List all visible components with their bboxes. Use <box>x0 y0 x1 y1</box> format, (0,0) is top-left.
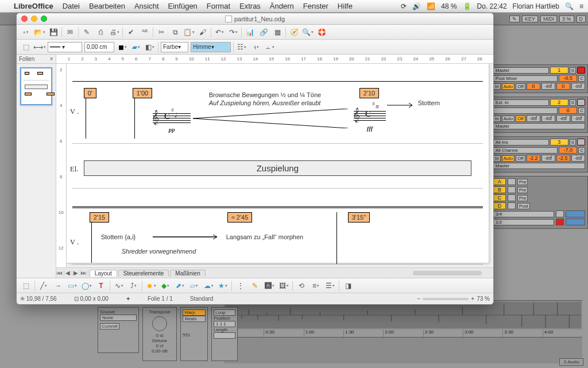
post-select[interactable]: Post Mixer <box>493 75 558 82</box>
monitor-off[interactable]: Off <box>516 116 525 122</box>
undo-icon[interactable]: ↶ <box>214 26 225 38</box>
scene-frac[interactable]: 3/4 <box>493 211 554 217</box>
redo-icon[interactable]: ↷ <box>227 26 239 38</box>
scene-stop[interactable] <box>508 202 516 209</box>
drawing-canvas[interactable]: 0' 1'00 2'10 V . Brownsche Bewegungen ½ … <box>67 64 489 263</box>
time-marker[interactable]: 3'15'' <box>348 212 370 223</box>
time-marker[interactable]: 0' <box>84 88 96 98</box>
zoom-out-icon[interactable]: − <box>417 296 421 302</box>
time-marker[interactable]: 2'15 <box>90 212 109 223</box>
time-marker[interactable]: ≈ 2'45 <box>227 212 253 223</box>
menu-extras[interactable]: Extras <box>239 2 261 10</box>
chart-icon[interactable]: 📊 <box>244 26 256 38</box>
glue-points-icon[interactable]: ✎ <box>249 280 261 292</box>
send-c[interactable]: -inf <box>556 115 570 122</box>
menu-einfuegen[interactable]: Einfügen <box>168 2 198 10</box>
fill-type-select[interactable]: Farbe ▾ <box>161 42 188 52</box>
cut-icon[interactable]: ✂ <box>156 26 167 38</box>
pencil-icon[interactable]: ✎ <box>509 16 520 22</box>
zoom-in-icon[interactable]: + <box>471 296 474 302</box>
hyperlink-icon[interactable]: 🔗 <box>258 26 269 38</box>
copy-icon[interactable]: ⧉ <box>169 26 181 38</box>
send-b[interactable]: -inf <box>541 155 555 162</box>
warp-mode[interactable]: Beats <box>183 316 206 322</box>
scene-post[interactable]: Post <box>517 203 530 209</box>
stars-icon[interactable]: ★ <box>217 280 229 292</box>
symbol-shapes-icon[interactable]: ◆ <box>160 280 171 292</box>
help-icon[interactable]: 🛟 <box>316 26 327 38</box>
ellipse-tool-icon[interactable]: ◯ <box>81 280 92 292</box>
monitor-off[interactable]: Off <box>516 155 525 162</box>
text-tool-icon[interactable]: T <box>95 280 107 292</box>
disk-button[interactable]: D <box>577 16 586 22</box>
menu-datei[interactable]: Datei <box>63 2 80 10</box>
io-select[interactable]: All Ins <box>493 139 549 145</box>
auto-spellcheck-icon[interactable]: ᴬᴮ <box>139 26 150 38</box>
transpose-value[interactable]: 0 st <box>145 333 175 338</box>
window-titlebar[interactable]: partitur1_Neu.odg <box>17 13 493 25</box>
monitor-auto[interactable]: Auto <box>502 155 514 162</box>
clip-end[interactable]: 551 <box>183 332 206 338</box>
send-a[interactable]: -inf <box>527 115 540 122</box>
scene-rec[interactable] <box>556 218 564 225</box>
horizontal-ruler[interactable]: 1234567891011121314151617181920212223242… <box>56 55 493 64</box>
master-vol[interactable] <box>566 218 585 225</box>
spotlight-icon[interactable]: 🔍 <box>565 2 574 10</box>
horizontal-scrollbar[interactable] <box>413 271 482 275</box>
scene-b[interactable]: B <box>493 186 506 193</box>
cue-vol[interactable] <box>566 210 585 217</box>
battery-icon[interactable]: 🔋 <box>463 2 471 10</box>
zuspielung-box[interactable]: Zuspielung <box>84 160 471 176</box>
output-select[interactable]: Master <box>493 123 585 129</box>
basic-shapes-icon[interactable]: ☻ <box>145 280 157 292</box>
loop-length[interactable] <box>214 332 235 339</box>
zoom-icon[interactable] <box>41 16 47 22</box>
groove-commit[interactable]: Commit <box>100 323 119 329</box>
post-select[interactable] <box>493 108 558 114</box>
scene-d[interactable]: D <box>493 202 506 209</box>
output-select[interactable]: Master <box>493 163 585 169</box>
send-b[interactable]: -inf <box>541 115 555 122</box>
area-fill-icon[interactable]: ▰ <box>130 41 142 53</box>
connector-tool-icon[interactable]: ⤴ <box>127 280 139 292</box>
zoom-tool-icon[interactable]: 🔍 <box>302 26 314 38</box>
scene-pre[interactable]: Pre <box>517 179 528 185</box>
io-select[interactable]: Ext. In <box>493 99 549 106</box>
loop-toggle[interactable]: Loop <box>214 309 235 316</box>
paste-icon[interactable]: 📋 <box>183 26 195 38</box>
monitor-in[interactable]: In <box>493 116 501 122</box>
user-name[interactable]: Florian Hartlieb <box>513 2 559 10</box>
time-marker[interactable]: 1'00 <box>133 88 152 98</box>
arrange-icon[interactable]: ☷ <box>236 41 247 53</box>
detune-value[interactable]: 0 ct <box>145 343 175 348</box>
slides-panel[interactable]: Folien× <box>17 55 56 278</box>
loop-position[interactable]: 1 1 1 <box>214 321 235 327</box>
menu-aendern[interactable]: Ändern <box>270 2 294 10</box>
table-icon[interactable]: ▦ <box>272 26 283 38</box>
key-button[interactable]: KEY <box>522 16 538 22</box>
line-style-select[interactable]: ━━━ ▾ <box>48 42 82 52</box>
clip-gain[interactable]: 0,00 dB <box>145 348 175 354</box>
spellcheck-icon[interactable]: ✔ <box>125 26 137 38</box>
slide-indicator[interactable]: Folie 1 / 1 <box>148 296 173 302</box>
line-color-icon[interactable]: ◼ <box>117 41 128 53</box>
rectangle-tool-icon[interactable]: ▭ <box>67 280 78 292</box>
track-num[interactable]: 1 <box>550 67 568 74</box>
arrow-tool-icon[interactable]: → <box>52 280 64 292</box>
pointer-tool-icon[interactable]: ⬚ <box>20 41 32 53</box>
layout-mode[interactable]: Standard <box>190 296 214 302</box>
vertical-ruler[interactable]: 2468101214 <box>56 64 67 267</box>
clock[interactable]: Do. 22:42 <box>477 2 507 10</box>
save-icon[interactable]: 💾 <box>48 26 59 38</box>
select-tool-icon[interactable]: ⬚ <box>20 280 32 292</box>
channel-3[interactable]: All Ins3S All Channe-7.0C InAutoOff -2.2… <box>490 136 588 172</box>
print-icon[interactable]: 🖨 <box>109 26 120 38</box>
app-name[interactable]: LibreOffice <box>14 2 53 10</box>
send-d[interactable]: -inf <box>571 83 585 90</box>
extrusion-icon[interactable]: ◨ <box>342 280 354 292</box>
midi-button[interactable]: MIDI <box>540 16 557 22</box>
edit-points-icon[interactable]: ⋮ <box>235 280 246 292</box>
pan-c[interactable]: C <box>578 147 585 154</box>
volume[interactable]: 0 <box>559 107 577 114</box>
monitor-in[interactable]: In <box>493 83 501 90</box>
